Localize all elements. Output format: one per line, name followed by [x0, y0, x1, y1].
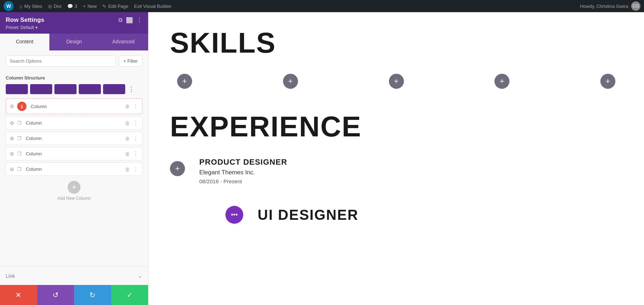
gear-icon[interactable]: ⚙ — [10, 136, 14, 141]
col-layout-5[interactable] — [103, 84, 125, 94]
tab-content[interactable]: Content — [0, 34, 49, 50]
preset-selector[interactable]: Preset: Default ▾ — [6, 25, 142, 30]
exit-builder-btn[interactable]: Exit Visual Builder — [134, 4, 172, 9]
comment-icon: 💬 — [67, 4, 73, 9]
expand-icon[interactable]: ⬜ — [126, 17, 133, 24]
column-structure-options: ⋮ — [6, 84, 142, 94]
home-icon: ⌂ — [19, 3, 23, 9]
new-content-menu[interactable]: + New — [83, 4, 97, 9]
company-name: Elegant Themes Inc. — [199, 169, 287, 176]
job-title: PRODUCT DESIGNER — [199, 158, 287, 167]
checkmark-icon: ✓ — [127, 291, 133, 299]
chevron-down-icon: ▾ — [35, 25, 38, 30]
header-icons: ⧉ ⬜ ⋮ — [118, 17, 142, 24]
tab-design[interactable]: Design — [49, 34, 99, 50]
cancel-button[interactable]: ✕ — [0, 285, 37, 305]
save-button[interactable]: ✓ — [111, 285, 148, 305]
add-content-button-4[interactable]: + — [494, 74, 509, 89]
delete-icon[interactable]: 🗑 — [125, 136, 130, 141]
delete-icon[interactable]: 🗑 — [125, 166, 130, 172]
ui-designer-heading: UI DESIGNER — [258, 207, 358, 223]
wp-admin-bar: W ⌂ My Sites ◎ Divi 💬 3 + New ✎ Edit Pag… — [0, 0, 644, 12]
bottom-action-bar: ✕ ↺ ↻ ✓ — [0, 285, 148, 305]
settings-tabs: Content Design Advanced — [0, 34, 148, 50]
column-label: Column — [26, 120, 122, 126]
wp-logo-icon[interactable]: W — [4, 1, 14, 11]
add-column-area: + Add New Column — [6, 181, 142, 201]
row-settings-panel: Row Settings ⧉ ⬜ ⋮ Preset: Default ▾ Con… — [0, 12, 148, 305]
column-actions: 🗑 ⋮ — [125, 120, 138, 126]
copy-window-icon[interactable]: ⧉ — [118, 17, 122, 23]
column-actions: 🗑 ⋮ — [125, 166, 138, 173]
add-content-button-5[interactable]: + — [600, 74, 615, 89]
col-layout-3[interactable] — [54, 84, 77, 94]
filter-button[interactable]: + Filter — [119, 55, 142, 67]
redo-button[interactable]: ↻ — [74, 285, 111, 305]
undo-icon: ↺ — [53, 291, 59, 299]
experience-row: + PRODUCT DESIGNER Elegant Themes Inc. 0… — [170, 158, 623, 184]
col-layout-2[interactable] — [30, 84, 52, 94]
delete-icon[interactable]: 🗑 — [125, 103, 130, 109]
table-row: ⚙ ❐ Column 🗑 ⋮ — [6, 116, 142, 130]
pencil-icon: ✎ — [102, 4, 106, 9]
column-list: ⚙ 1 Column 🗑 ⋮ ⚙ ❐ Column 🗑 ⋮ — [6, 98, 142, 176]
edit-page-btn[interactable]: ✎ Edit Page — [102, 4, 128, 9]
column-menu-icon[interactable]: ⋮ — [133, 166, 138, 173]
divi-icon: ◎ — [48, 4, 52, 9]
column-label: Column — [26, 151, 122, 156]
avatar: CG — [631, 1, 640, 11]
tab-advanced[interactable]: Advanced — [99, 34, 148, 50]
column-label: Column — [26, 136, 122, 141]
table-row: ⚙ 1 Column 🗑 ⋮ — [6, 98, 142, 114]
column-menu-icon[interactable]: ⋮ — [133, 120, 138, 126]
my-sites-menu[interactable]: ⌂ My Sites — [19, 3, 42, 9]
undo-button[interactable]: ↺ — [37, 285, 74, 305]
column-menu-icon[interactable]: ⋮ — [133, 135, 138, 142]
link-section[interactable]: Link ⌄ — [0, 266, 148, 285]
gear-icon[interactable]: ⚙ — [10, 120, 14, 126]
table-row: ⚙ ❐ Column 🗑 ⋮ — [6, 163, 142, 176]
col-layout-1[interactable] — [6, 84, 28, 94]
x-icon: ✕ — [15, 291, 21, 299]
more-layouts-icon[interactable]: ⋮ — [128, 85, 135, 93]
experience-heading: EXPERIENCE — [170, 110, 623, 143]
panel-title: Row Settings — [6, 16, 44, 24]
chevron-down-icon: ⌄ — [138, 272, 142, 279]
divi-menu[interactable]: ◎ Divi — [48, 4, 62, 9]
delete-icon[interactable]: 🗑 — [125, 151, 130, 157]
plus-buttons-row: + + + + + — [170, 74, 623, 89]
plus-icon: + — [83, 4, 86, 9]
col-layout-4[interactable] — [79, 84, 101, 94]
add-content-button-1[interactable]: + — [177, 74, 192, 89]
column-actions: 🗑 ⋮ — [125, 103, 138, 110]
copy-icon[interactable]: ❐ — [17, 166, 21, 172]
gear-icon[interactable]: ⚙ — [10, 151, 14, 157]
ui-designer-row: ••• UI DESIGNER — [170, 206, 623, 224]
skills-heading: SKILLS — [170, 26, 623, 59]
search-input[interactable] — [6, 55, 116, 67]
comments-menu[interactable]: 💬 3 — [67, 4, 77, 9]
gear-icon[interactable]: ⚙ — [10, 166, 14, 172]
column-label: Column — [31, 104, 122, 109]
copy-icon[interactable]: ❐ — [17, 120, 21, 126]
sidebar-content: Column Structure ⋮ ⚙ 1 Column 🗑 — [0, 72, 148, 266]
date-range: 08/2016 - Present — [199, 178, 287, 184]
add-content-button-3[interactable]: + — [389, 74, 404, 89]
gear-icon[interactable]: ⚙ — [10, 103, 14, 109]
column-actions: 🗑 ⋮ — [125, 135, 138, 142]
column-menu-icon[interactable]: ⋮ — [133, 103, 138, 110]
column-structure-label: Column Structure — [6, 75, 142, 81]
copy-icon[interactable]: ❐ — [17, 136, 21, 141]
table-row: ⚙ ❐ Column 🗑 ⋮ — [6, 132, 142, 145]
column-menu-icon[interactable]: ⋮ — [133, 150, 138, 157]
add-content-button-exp[interactable]: + — [170, 161, 185, 176]
redo-icon: ↻ — [89, 291, 96, 299]
add-column-label: Add New Column — [57, 196, 91, 201]
add-content-button-2[interactable]: + — [283, 74, 298, 89]
main-content-area: SKILLS + + + + + EXPERIENCE + PRODUCT DE… — [148, 12, 644, 305]
table-row: ⚙ ❐ Column 🗑 ⋮ — [6, 147, 142, 160]
add-column-button[interactable]: + — [68, 181, 80, 194]
delete-icon[interactable]: 🗑 — [125, 120, 130, 126]
more-options-icon[interactable]: ⋮ — [137, 17, 142, 24]
copy-icon[interactable]: ❐ — [17, 151, 21, 156]
